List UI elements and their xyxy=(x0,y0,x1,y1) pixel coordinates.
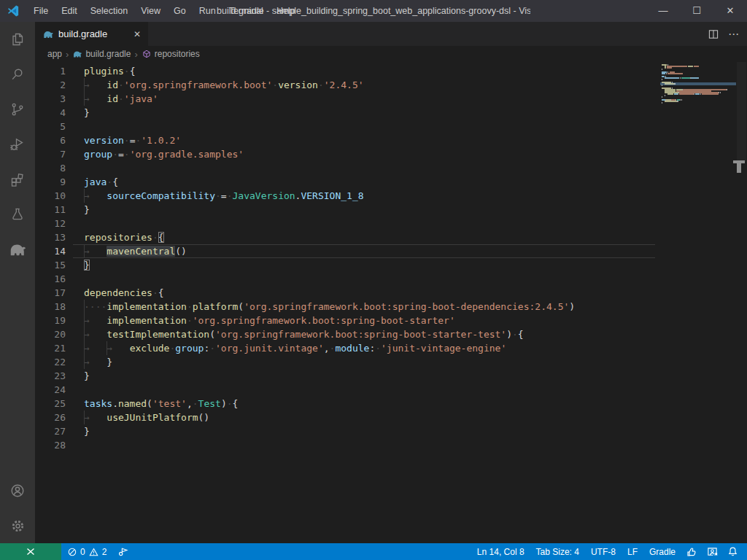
code-text[interactable]: } xyxy=(66,106,90,120)
line-number[interactable]: 6 xyxy=(35,133,66,147)
maximize-button[interactable]: ☐ xyxy=(680,0,713,22)
code-line[interactable]: 5 xyxy=(35,120,747,133)
line-number[interactable]: 1 xyxy=(35,64,66,78)
problems-indicator[interactable]: 0 2 xyxy=(61,547,112,557)
code-line[interactable]: 1plugins·{ xyxy=(35,64,747,78)
code-line[interactable]: 3→ id·'java' xyxy=(35,92,747,106)
code-line[interactable]: 2→ id·'org.springframework.boot'·version… xyxy=(35,78,747,92)
code-text[interactable]: } xyxy=(66,424,90,438)
code-text[interactable]: version·=·'1.0.2' xyxy=(66,133,181,147)
code-text[interactable]: } xyxy=(66,369,90,383)
line-number[interactable]: 20 xyxy=(35,327,66,341)
code-text[interactable]: group·=·'org.gradle.samples' xyxy=(66,147,244,161)
line-number[interactable]: 18 xyxy=(35,300,66,314)
code-text[interactable] xyxy=(66,161,84,175)
code-text[interactable]: tasks.named('test',·Test)·{ xyxy=(66,397,238,411)
search-icon[interactable] xyxy=(0,57,35,92)
code-line[interactable]: 6version·=·'1.0.2' xyxy=(35,133,747,147)
code-text[interactable]: → } xyxy=(66,355,112,369)
code-text[interactable] xyxy=(66,120,84,133)
menu-view[interactable]: View xyxy=(134,0,167,22)
line-number[interactable]: 5 xyxy=(35,120,66,133)
breadcrumb-build-gradle[interactable]: build.gradle xyxy=(72,49,131,59)
language-mode[interactable]: Gradle xyxy=(643,547,681,557)
code-text[interactable]: → useJUnitPlatform() xyxy=(66,411,209,424)
code-line[interactable]: 11} xyxy=(35,203,747,217)
code-text[interactable]: dependencies·{ xyxy=(66,286,164,300)
line-number[interactable]: 8 xyxy=(35,161,66,175)
cursor-position[interactable]: Ln 14, Col 8 xyxy=(471,547,530,557)
line-number[interactable]: 24 xyxy=(35,383,66,397)
code-text[interactable] xyxy=(66,438,84,452)
code-text[interactable]: } xyxy=(66,203,90,217)
code-line[interactable]: 22→ } xyxy=(35,355,747,369)
code-text[interactable]: → id·'org.springframework.boot'·version·… xyxy=(66,78,364,92)
code-line[interactable]: 8 xyxy=(35,161,747,175)
breadcrumb-repositories[interactable]: repositories xyxy=(142,49,200,59)
code-line[interactable]: 13repositories·{ xyxy=(35,230,747,244)
menu-go[interactable]: Go xyxy=(167,0,193,22)
code-line[interactable]: 26→ useJUnitPlatform() xyxy=(35,411,747,424)
explorer-icon[interactable] xyxy=(0,22,35,57)
indentation-setting[interactable]: Tab Size: 4 xyxy=(530,547,585,557)
breadcrumb-app[interactable]: app xyxy=(47,49,62,59)
code-text[interactable]: } xyxy=(66,258,90,272)
tab-close-icon[interactable]: ✕ xyxy=(132,29,142,39)
accounts-icon[interactable] xyxy=(0,473,35,508)
code-line[interactable]: 19→ implementation·'org.springframework.… xyxy=(35,314,747,327)
code-text[interactable]: → → exclude·group:·'org.junit.vintage',·… xyxy=(66,341,506,355)
code-text[interactable]: → testImplementation('org.springframewor… xyxy=(66,327,524,341)
editor[interactable]: 1plugins·{2→ id·'org.springframework.boo… xyxy=(35,62,747,543)
menu-selection[interactable]: Selection xyxy=(84,0,134,22)
feedback-thumbs-up-icon[interactable] xyxy=(681,546,702,557)
notifications-bell-icon[interactable] xyxy=(723,546,747,557)
code-line[interactable]: 4} xyxy=(35,106,747,120)
code-text[interactable]: → implementation·'org.springframework.bo… xyxy=(66,314,455,327)
line-number[interactable]: 27 xyxy=(35,424,66,438)
code-line[interactable]: 24 xyxy=(35,383,747,397)
code-line[interactable]: 18····implementation·platform('org.sprin… xyxy=(35,300,747,314)
code-line[interactable]: 12 xyxy=(35,217,747,230)
code-text[interactable]: java·{ xyxy=(66,175,118,189)
line-number[interactable]: 16 xyxy=(35,272,66,286)
line-number[interactable]: 10 xyxy=(35,189,66,203)
code-line[interactable]: 27} xyxy=(35,424,747,438)
line-number[interactable]: 13 xyxy=(35,230,66,244)
line-number[interactable]: 14 xyxy=(35,244,66,258)
code-text[interactable] xyxy=(66,217,84,230)
line-number[interactable]: 22 xyxy=(35,355,66,369)
line-number[interactable]: 25 xyxy=(35,397,66,411)
line-number[interactable]: 9 xyxy=(35,175,66,189)
code-line[interactable]: 7group·=·'org.gradle.samples' xyxy=(35,147,747,161)
remote-indicator[interactable] xyxy=(0,543,61,560)
run-and-debug-icon[interactable] xyxy=(0,127,35,162)
vertical-scrollbar[interactable] xyxy=(737,62,746,162)
code-line[interactable]: 9java·{ xyxy=(35,175,747,189)
code-line[interactable]: 16 xyxy=(35,272,747,286)
line-number[interactable]: 19 xyxy=(35,314,66,327)
tweet-feedback-person-icon[interactable] xyxy=(702,546,723,557)
menu-file[interactable]: File xyxy=(27,0,55,22)
code-text[interactable]: ····implementation·platform('org.springf… xyxy=(66,300,575,314)
line-number[interactable]: 3 xyxy=(35,92,66,106)
code-line[interactable]: 15} xyxy=(35,258,747,272)
line-number[interactable]: 4 xyxy=(35,106,66,120)
gradle-elephant-icon[interactable] xyxy=(0,232,35,267)
code-line[interactable]: 25tasks.named('test',·Test)·{ xyxy=(35,397,747,411)
code-line[interactable]: 14→ mavenCentral() xyxy=(35,244,747,258)
line-number[interactable]: 15 xyxy=(35,258,66,272)
code-text[interactable] xyxy=(66,383,84,397)
code-line[interactable]: 10→ sourceCompatibility·=·JavaVersion.VE… xyxy=(35,189,747,203)
line-number[interactable]: 12 xyxy=(35,217,66,230)
source-control-icon[interactable] xyxy=(0,92,35,127)
minimap[interactable] xyxy=(660,62,736,543)
line-number[interactable]: 23 xyxy=(35,369,66,383)
code-text[interactable]: plugins·{ xyxy=(66,64,135,78)
line-number[interactable]: 26 xyxy=(35,411,66,424)
menu-edit[interactable]: Edit xyxy=(55,0,84,22)
code-text[interactable]: → id·'java' xyxy=(66,92,158,106)
more-actions-icon[interactable]: ⋯ xyxy=(728,28,740,41)
gradle-status-flag-icon[interactable] xyxy=(112,546,133,557)
eol-sequence[interactable]: LF xyxy=(622,547,643,557)
extensions-icon[interactable] xyxy=(0,162,35,197)
